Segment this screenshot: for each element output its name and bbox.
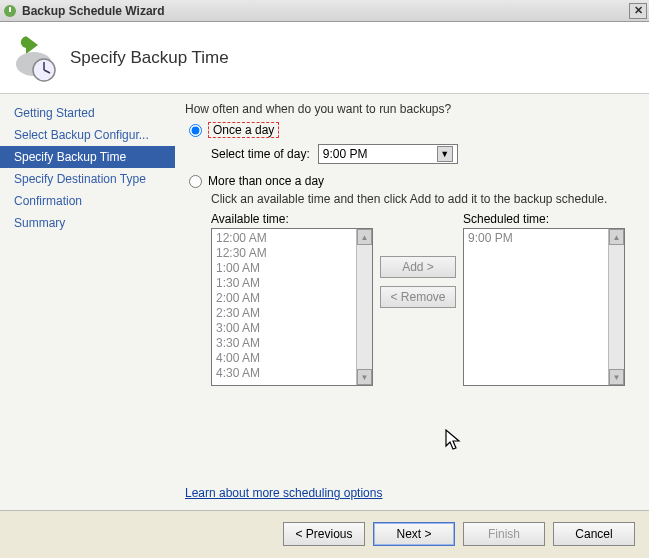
sidebar-step-select-configuration[interactable]: Select Backup Configur... (0, 124, 175, 146)
page-title: Specify Backup Time (70, 48, 229, 68)
list-item[interactable]: 1:30 AM (216, 276, 352, 291)
previous-button[interactable]: < Previous (283, 522, 365, 546)
scrollbar[interactable]: ▲ ▼ (608, 229, 624, 385)
scroll-down-icon[interactable]: ▼ (609, 369, 624, 385)
cancel-button[interactable]: Cancel (553, 522, 635, 546)
wizard-footer: < Previous Next > Finish Cancel (0, 510, 649, 556)
available-time-listbox[interactable]: 12:00 AM 12:30 AM 1:00 AM 1:30 AM 2:00 A… (211, 228, 373, 386)
scheduled-time-listbox[interactable]: 9:00 PM ▲ ▼ (463, 228, 625, 386)
time-of-day-value: 9:00 PM (323, 147, 437, 161)
option-multi-label: More than once a day (208, 174, 324, 188)
learn-more-link[interactable]: Learn about more scheduling options (185, 486, 382, 500)
scroll-up-icon[interactable]: ▲ (609, 229, 624, 245)
option-once-a-day-label: Once a day (208, 122, 279, 138)
select-time-label: Select time of day: (211, 147, 310, 161)
titlebar: Backup Schedule Wizard ✕ (0, 0, 649, 22)
available-time-label: Available time: (211, 212, 373, 226)
scroll-up-icon[interactable]: ▲ (357, 229, 372, 245)
available-time-items: 12:00 AM 12:30 AM 1:00 AM 1:30 AM 2:00 A… (212, 229, 356, 385)
sidebar-step-getting-started[interactable]: Getting Started (0, 102, 175, 124)
wizard-content: How often and when do you want to run ba… (175, 94, 649, 510)
sidebar-step-specify-time[interactable]: Specify Backup Time (0, 146, 175, 168)
scroll-track[interactable] (609, 245, 624, 369)
close-icon[interactable]: ✕ (629, 3, 647, 19)
list-item[interactable]: 2:00 AM (216, 291, 352, 306)
next-button[interactable]: Next > (373, 522, 455, 546)
wizard-steps-sidebar: Getting Started Select Backup Configur..… (0, 94, 175, 510)
option-once-a-day-row: Once a day (189, 122, 639, 138)
radio-more-than-once[interactable] (189, 175, 202, 188)
list-item[interactable]: 3:30 AM (216, 336, 352, 351)
scheduled-time-label: Scheduled time: (463, 212, 625, 226)
wizard-header: Specify Backup Time (0, 22, 649, 94)
sidebar-step-confirmation[interactable]: Confirmation (0, 190, 175, 212)
radio-once-a-day[interactable] (189, 124, 202, 137)
list-item[interactable]: 4:00 AM (216, 351, 352, 366)
svg-rect-1 (9, 7, 11, 12)
list-item[interactable]: 2:30 AM (216, 306, 352, 321)
app-icon (2, 3, 18, 19)
list-item[interactable]: 1:00 AM (216, 261, 352, 276)
time-of-day-dropdown[interactable]: 9:00 PM ▼ (318, 144, 458, 164)
scroll-track[interactable] (357, 245, 372, 369)
list-item[interactable]: 4:30 AM (216, 366, 352, 381)
list-item[interactable]: 9:00 PM (468, 231, 604, 246)
scheduled-time-items: 9:00 PM (464, 229, 608, 385)
cursor-icon (445, 429, 465, 453)
select-time-row: Select time of day: 9:00 PM ▼ (211, 144, 639, 164)
finish-button: Finish (463, 522, 545, 546)
question-text: How often and when do you want to run ba… (185, 102, 639, 116)
sidebar-step-summary[interactable]: Summary (0, 212, 175, 234)
add-button[interactable]: Add > (380, 256, 456, 278)
multi-hint-text: Click an available time and then click A… (211, 192, 639, 206)
scrollbar[interactable]: ▲ ▼ (356, 229, 372, 385)
wizard-icon (8, 32, 60, 84)
list-item[interactable]: 3:00 AM (216, 321, 352, 336)
remove-button[interactable]: < Remove (380, 286, 456, 308)
option-multi-row: More than once a day (189, 174, 639, 188)
scroll-down-icon[interactable]: ▼ (357, 369, 372, 385)
list-item[interactable]: 12:00 AM (216, 231, 352, 246)
sidebar-step-destination-type[interactable]: Specify Destination Type (0, 168, 175, 190)
window-title: Backup Schedule Wizard (22, 4, 629, 18)
chevron-down-icon: ▼ (437, 146, 453, 162)
list-item[interactable]: 12:30 AM (216, 246, 352, 261)
